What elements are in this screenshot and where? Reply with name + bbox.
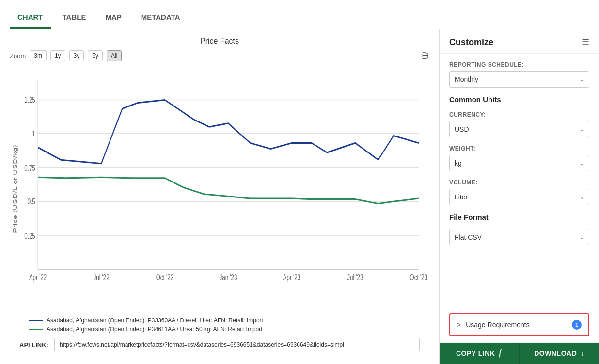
- svg-text:Price (USD/L or USD/kg): Price (USD/L or USD/kg): [12, 145, 18, 233]
- api-link-input[interactable]: [54, 338, 420, 351]
- reporting-schedule-group: REPORTING SCHEDULE: Monthly Weekly Daily…: [449, 61, 589, 88]
- chart-title: Price Facts: [10, 37, 429, 46]
- currency-wrapper: USD EUR AFN ⌄: [449, 121, 589, 137]
- weight-label: WEIGHT:: [449, 145, 589, 152]
- volume-label: VOLUME:: [449, 179, 589, 186]
- file-format-group: Flat CSV Excel JSON ⌄: [449, 229, 589, 245]
- svg-text:Jul '22: Jul '22: [93, 273, 109, 282]
- main-layout: Price Facts Zoom 3m 1y 3y 5y All ⋻ Price…: [0, 29, 599, 364]
- weight-wrapper: kg lb mt ⌄: [449, 155, 589, 171]
- svg-text:Jan '23: Jan '23: [219, 273, 237, 282]
- sidebar-content: REPORTING SCHEDULE: Monthly Weekly Daily…: [440, 54, 599, 313]
- copy-link-label: COPY LINK: [456, 349, 495, 357]
- reporting-schedule-select[interactable]: Monthly Weekly Daily: [449, 71, 589, 88]
- price-chart: Price (USD/L or USD/kg) 1.25 1 0.75 0.5: [10, 65, 429, 313]
- file-format-header: File Format: [449, 213, 589, 221]
- legend-item-urea: Asadabad, Afghanistan (Open Ended): P346…: [29, 326, 429, 333]
- zoom-all[interactable]: All: [107, 50, 122, 61]
- volume-wrapper: Liter Gallon ⌄: [449, 189, 589, 205]
- sidebar-title: Customize: [449, 37, 493, 47]
- svg-text:0.5: 0.5: [28, 197, 35, 206]
- reporting-schedule-label: REPORTING SCHEDULE:: [449, 61, 589, 68]
- usage-requirements-label: Usage Requirements: [466, 321, 567, 329]
- sidebar-buttons: COPY LINK ⎛ DOWNLOAD ↓: [440, 342, 599, 364]
- sidebar-header: Customize ☰: [440, 29, 599, 54]
- chart-legend: Asadabad, Afghanistan (Open Ended): P333…: [10, 317, 429, 333]
- legend-line-diesel: [29, 320, 43, 321]
- download-label: DOWNLOAD: [534, 349, 577, 357]
- weight-select[interactable]: kg lb mt: [449, 155, 589, 171]
- svg-text:Apr '22: Apr '22: [29, 273, 47, 282]
- volume-select[interactable]: Liter Gallon: [449, 189, 589, 205]
- volume-group: VOLUME: Liter Gallon ⌄: [449, 179, 589, 205]
- zoom-label: Zoom: [10, 52, 26, 60]
- chart-area: Price Facts Zoom 3m 1y 3y 5y All ⋻ Price…: [0, 29, 439, 364]
- tab-map[interactable]: MAP: [97, 7, 129, 29]
- top-navigation: CHART TABLE MAP METADATA: [0, 0, 599, 29]
- currency-group: CURRENCY: USD EUR AFN ⌄: [449, 111, 589, 137]
- common-units-section: Common Units: [449, 95, 589, 104]
- copy-icon: ⎛: [499, 349, 503, 357]
- svg-text:Apr '23: Apr '23: [283, 273, 300, 282]
- legend-item-diesel: Asadabad, Afghanistan (Open Ended): P333…: [29, 317, 429, 324]
- svg-text:1: 1: [32, 129, 35, 138]
- svg-text:0.25: 0.25: [24, 231, 35, 241]
- tab-chart[interactable]: CHART: [10, 7, 51, 29]
- legend-label-diesel: Asadabad, Afghanistan (Open Ended): P333…: [47, 317, 263, 324]
- download-arrow-icon: ↓: [581, 349, 584, 357]
- legend-line-urea: [29, 329, 43, 330]
- svg-text:0.75: 0.75: [24, 164, 35, 173]
- weight-group: WEIGHT: kg lb mt ⌄: [449, 145, 589, 171]
- sidebar: Customize ☰ REPORTING SCHEDULE: Monthly …: [439, 29, 599, 364]
- legend-label-urea: Asadabad, Afghanistan (Open Ended): P346…: [47, 326, 263, 333]
- common-units-header: Common Units: [449, 95, 589, 104]
- api-link-bar: API LINK:: [10, 333, 429, 356]
- zoom-3y[interactable]: 3y: [69, 50, 84, 61]
- usage-chevron-icon: >: [457, 321, 461, 329]
- currency-label: CURRENCY:: [449, 111, 589, 118]
- download-button[interactable]: DOWNLOAD ↓: [520, 343, 599, 364]
- zoom-3m[interactable]: 3m: [30, 50, 47, 61]
- download-chart-icon[interactable]: ⋻: [422, 50, 429, 61]
- usage-requirements[interactable]: > Usage Requirements 1: [449, 313, 589, 336]
- tab-table[interactable]: TABLE: [55, 7, 94, 29]
- copy-link-button[interactable]: COPY LINK ⎛: [440, 343, 520, 364]
- zoom-5y[interactable]: 5y: [88, 50, 103, 61]
- usage-requirements-badge: 1: [572, 320, 582, 330]
- svg-text:1.25: 1.25: [24, 95, 35, 105]
- api-link-label: API LINK:: [19, 341, 48, 349]
- reporting-schedule-wrapper: Monthly Weekly Daily ⌄: [449, 71, 589, 88]
- svg-text:Jul '23: Jul '23: [347, 273, 363, 282]
- zoom-controls: Zoom 3m 1y 3y 5y All ⋻: [10, 50, 429, 61]
- file-format-section: File Format: [449, 213, 589, 221]
- currency-select[interactable]: USD EUR AFN: [449, 121, 589, 137]
- tab-metadata[interactable]: METADATA: [133, 7, 188, 29]
- file-format-select[interactable]: Flat CSV Excel JSON: [449, 229, 589, 245]
- file-format-wrapper: Flat CSV Excel JSON ⌄: [449, 229, 589, 245]
- svg-text:Oct '23: Oct '23: [410, 273, 427, 282]
- zoom-1y[interactable]: 1y: [50, 50, 65, 61]
- chart-wrapper: Price (USD/L or USD/kg) 1.25 1 0.75 0.5: [10, 65, 429, 313]
- sidebar-menu-icon[interactable]: ☰: [582, 37, 589, 47]
- svg-text:Oct '22: Oct '22: [156, 273, 173, 282]
